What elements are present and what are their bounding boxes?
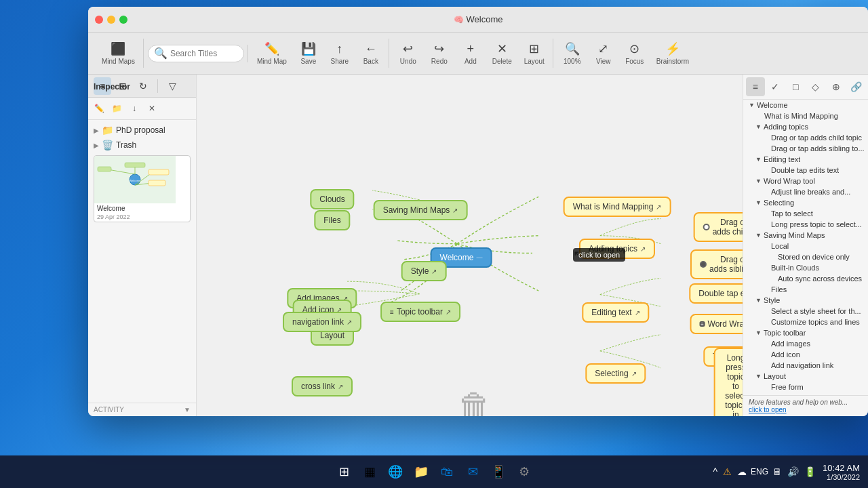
inspector-tree-item[interactable]: ▼Topic toolbar bbox=[743, 327, 868, 338]
taskbar-phone-button[interactable]: 📱 bbox=[486, 460, 511, 484]
inspector-tree-item[interactable]: Local bbox=[743, 241, 868, 251]
sidebar-expand-button[interactable]: ▽ bbox=[163, 77, 181, 95]
sidebar-sync-button[interactable]: ↻ bbox=[134, 77, 152, 95]
inspector-tree-item[interactable]: Auto sync across devices bbox=[743, 273, 868, 284]
inspector-tree-item[interactable]: Files bbox=[743, 284, 868, 295]
close-sidebar-button[interactable]: ✕ bbox=[144, 100, 160, 117]
tree-item-label: Stored on device only bbox=[778, 253, 850, 261]
cloud-tray-icon[interactable]: ☁ bbox=[736, 465, 748, 479]
maximize-button[interactable] bbox=[119, 16, 127, 24]
add-button[interactable]: + Add bbox=[456, 39, 486, 68]
volume-icon[interactable]: 🔊 bbox=[786, 465, 800, 479]
taskbar-edge-button[interactable]: 🌐 bbox=[383, 460, 408, 484]
node-adding-topics[interactable]: Adding topics ↗ bbox=[579, 239, 655, 259]
close-button[interactable] bbox=[95, 16, 103, 24]
taskbar-settings-button[interactable]: ⚙ bbox=[512, 460, 536, 484]
node-drag-child[interactable]: Drag or tapadds child topic bbox=[694, 212, 743, 242]
footer-link[interactable]: click to open bbox=[749, 406, 863, 413]
node-word-wrap[interactable]: ≡ Word Wrap tool ↗ bbox=[690, 314, 743, 334]
node-topic-toolbar[interactable]: ≡ Topic toolbar ↗ bbox=[380, 302, 460, 322]
node-nav-link[interactable]: navigation link ↗ bbox=[283, 312, 361, 332]
tree-arrow-icon: ▼ bbox=[755, 329, 762, 336]
inspector-tree-item[interactable]: Long press topic to select... bbox=[743, 219, 868, 230]
search-box[interactable]: 🔍 bbox=[148, 45, 244, 62]
inspector-tree-item[interactable]: ▼Layout bbox=[743, 371, 868, 382]
inspector-tree-item[interactable]: Add images bbox=[743, 338, 868, 349]
inspector-tab-3[interactable]: □ bbox=[786, 77, 805, 96]
mind-map-button[interactable]: ✏️ Mind Map bbox=[252, 39, 292, 68]
inspector-tab-1[interactable]: ≡ bbox=[746, 77, 765, 96]
inspector-tab-5[interactable]: ⊕ bbox=[827, 77, 846, 96]
redo-button[interactable]: ↪ Redo bbox=[425, 39, 454, 68]
search-input[interactable] bbox=[170, 49, 238, 58]
taskbar-store-button[interactable]: 🛍 bbox=[435, 460, 459, 484]
inspector-tab-4[interactable]: ◇ bbox=[806, 77, 825, 96]
node-long-press[interactable]: Long press topic toselect topics in bran… bbox=[714, 348, 743, 416]
inspector-tree-item[interactable]: What is Mind Mapping bbox=[743, 110, 868, 121]
minimize-button[interactable] bbox=[107, 16, 115, 24]
inspector-tree-item[interactable]: Add icon bbox=[743, 349, 868, 360]
inspector-tree-item[interactable]: Built-in Clouds bbox=[743, 262, 868, 273]
inspector-tree-item[interactable]: Tap to select bbox=[743, 208, 868, 219]
inspector-tree-item[interactable]: ▼Adding topics bbox=[743, 121, 868, 132]
expand-button[interactable]: ⤢ View bbox=[589, 39, 618, 68]
chevron-up-icon[interactable]: ^ bbox=[711, 465, 719, 479]
taskbar-widgets-button[interactable]: ▦ bbox=[357, 460, 382, 484]
sidebar-thumbnail[interactable]: Welcome Welcome bbox=[94, 155, 191, 222]
taskbar-files-button[interactable]: 📁 bbox=[409, 460, 433, 484]
node-what-is-mind-mapping[interactable]: What is Mind Mapping ↗ bbox=[564, 197, 671, 217]
inspector-tab-2[interactable]: ✓ bbox=[766, 77, 785, 96]
mindmap-canvas[interactable]: Welcome — What is Mind Mapping ↗ Adding … bbox=[197, 75, 743, 416]
taskbar-start-button[interactable]: ⊞ bbox=[332, 460, 356, 484]
back-button[interactable]: ← Back bbox=[356, 39, 386, 68]
node-cross-link[interactable]: cross link ↗ bbox=[292, 376, 353, 396]
inspector-tree-item[interactable]: ▼Word Wrap tool bbox=[743, 176, 868, 186]
clock[interactable]: 10:42 AM 1/30/2022 bbox=[823, 463, 860, 481]
inspector-tree-item[interactable]: ▼Style bbox=[743, 295, 868, 306]
node-editing-text[interactable]: Editing text ↗ bbox=[582, 302, 649, 323]
delete-button[interactable]: ✕ Delete bbox=[487, 39, 517, 68]
sidebar-item-phd[interactable]: ▶ 📁 PhD proposal bbox=[88, 123, 196, 138]
mind-maps-button[interactable]: ⬛ Mind Maps bbox=[96, 39, 140, 68]
network-icon[interactable]: 🖥 bbox=[771, 465, 783, 479]
taskbar-center: ⊞ ▦ 🌐 📁 🛍 ✉ 📱 ⚙ bbox=[332, 460, 536, 484]
new-folder-button[interactable]: 📁 bbox=[108, 100, 125, 117]
new-mindmap-button[interactable]: ✏️ bbox=[91, 100, 107, 117]
battery-icon[interactable]: 🔋 bbox=[803, 465, 817, 479]
inspector-tree-item[interactable]: ▼Editing text bbox=[743, 154, 868, 165]
inspector-tab-6[interactable]: 🔗 bbox=[846, 77, 865, 96]
node-clouds[interactable]: Clouds bbox=[310, 189, 354, 209]
inspector-tree-item[interactable]: Stored on device only bbox=[743, 251, 868, 262]
import-button[interactable]: ↓ bbox=[126, 100, 142, 117]
focus-button[interactable]: ⊙ Focus bbox=[620, 39, 650, 68]
inspector-tree-item[interactable]: ▼Saving Mind Maps bbox=[743, 230, 868, 241]
inspector-tree-item[interactable]: ▼Welcome bbox=[743, 100, 868, 110]
inspector-tree-item[interactable]: Drag or tap adds sibling to... bbox=[743, 143, 868, 154]
mind-maps-icon: ⬛ bbox=[111, 41, 125, 56]
inspector-tree-item[interactable]: Select a style sheet for th... bbox=[743, 306, 868, 317]
layout-button[interactable]: ⊞ Layout bbox=[519, 39, 550, 68]
node-drag-sibling[interactable]: Drag or tapadds sibling topic bbox=[690, 249, 743, 279]
brainstorm-button[interactable]: ⚡ Brainstorm bbox=[651, 39, 694, 68]
sidebar-item-trash[interactable]: ▶ 🗑️ Trash bbox=[88, 138, 196, 152]
inspector-tree-item[interactable]: Free form bbox=[743, 382, 868, 392]
inspector-tree-item[interactable]: Add navigation link bbox=[743, 360, 868, 371]
inspector-tree-item[interactable]: Drag or tap adds child topic bbox=[743, 132, 868, 143]
node-files[interactable]: Files bbox=[314, 210, 350, 230]
warning-tray-icon[interactable]: ⚠ bbox=[722, 465, 733, 479]
tooltip-area: ↖ click to open bbox=[573, 247, 583, 262]
node-double-tap[interactable]: Double tap edits text bbox=[689, 283, 743, 304]
inspector-tree-item[interactable]: Double tap edits text bbox=[743, 165, 868, 176]
selecting-link-icon: ↗ bbox=[631, 370, 637, 378]
zoom-button[interactable]: 🔍 100% bbox=[557, 39, 587, 68]
node-saving-mind-maps[interactable]: Saving Mind Maps ↗ bbox=[374, 200, 468, 220]
undo-button[interactable]: ↩ Undo bbox=[393, 39, 423, 68]
taskbar-mail-button[interactable]: ✉ bbox=[460, 460, 485, 484]
node-style[interactable]: Style ↗ bbox=[401, 261, 447, 281]
node-selecting[interactable]: Selecting ↗ bbox=[585, 363, 646, 384]
share-button[interactable]: ↑ Share bbox=[325, 39, 355, 68]
inspector-tree-item[interactable]: ▼Selecting bbox=[743, 197, 868, 208]
inspector-tree-item[interactable]: Adjust line breaks and... bbox=[743, 186, 868, 197]
save-button[interactable]: 💾 Save bbox=[294, 39, 323, 68]
inspector-tree-item[interactable]: Customize topics and lines bbox=[743, 317, 868, 327]
